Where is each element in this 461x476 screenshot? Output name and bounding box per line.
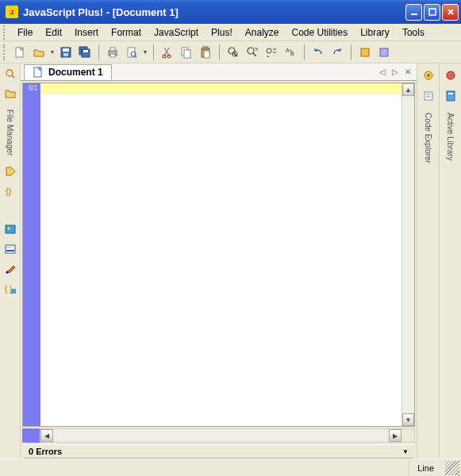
scroll-track[interactable] bbox=[402, 96, 414, 413]
preview-dropdown[interactable]: ▼ bbox=[142, 49, 148, 55]
status-line: Line bbox=[409, 459, 442, 476]
new-file-button[interactable] bbox=[11, 44, 29, 61]
left-tool-form-icon[interactable] bbox=[2, 240, 19, 258]
left-tool-search-icon[interactable] bbox=[2, 65, 19, 83]
paste-button[interactable] bbox=[197, 44, 214, 61]
errors-bar[interactable]: 0 Errors ▼ bbox=[24, 444, 413, 459]
left-tool-tag-icon[interactable] bbox=[2, 163, 19, 180]
active-library-icon-1[interactable] bbox=[442, 67, 459, 84]
svg-text:J: J bbox=[10, 9, 13, 16]
left-tool-brush-icon[interactable] bbox=[2, 260, 19, 278]
save-all-button[interactable] bbox=[76, 44, 94, 61]
line-gutter: 01 bbox=[23, 83, 40, 426]
svg-point-23 bbox=[229, 48, 235, 54]
menu-javascript[interactable]: JavaScript bbox=[148, 25, 205, 40]
tab-next-button[interactable]: ▷ bbox=[390, 67, 401, 78]
scroll-down-button[interactable]: ▼ bbox=[402, 413, 414, 426]
menubar-grip[interactable] bbox=[3, 25, 8, 40]
statusbar: Line bbox=[0, 459, 461, 476]
scroll-up-button[interactable]: ▲ bbox=[402, 83, 414, 96]
left-tool-image-icon[interactable] bbox=[2, 221, 19, 238]
hscroll-track[interactable] bbox=[53, 429, 389, 442]
tab-close-button[interactable]: ✕ bbox=[402, 67, 413, 78]
window-title: JavaScript Plus! - [Document 1] bbox=[21, 6, 405, 18]
tab-prev-button[interactable]: ◁ bbox=[377, 67, 388, 78]
menu-file[interactable]: File bbox=[11, 25, 39, 40]
toolbar-grip[interactable] bbox=[3, 44, 8, 60]
right-sidebar-active-library: Active Library bbox=[439, 63, 461, 459]
print-preview-button[interactable] bbox=[123, 44, 140, 61]
active-library-icon-2[interactable] bbox=[442, 87, 459, 105]
file-manager-label[interactable]: File Manager bbox=[4, 108, 16, 157]
left-tool-code-icon[interactable]: { } bbox=[2, 280, 19, 298]
svg-text:{}: {} bbox=[6, 186, 12, 196]
svg-point-34 bbox=[7, 228, 10, 230]
scroll-corner bbox=[401, 429, 414, 442]
tool-button-1[interactable] bbox=[356, 44, 374, 61]
svg-rect-22 bbox=[203, 47, 208, 49]
open-file-button[interactable] bbox=[30, 44, 48, 61]
svg-point-31 bbox=[6, 70, 13, 76]
left-sidebar: File Manager {} { } bbox=[0, 63, 21, 459]
open-dropdown[interactable]: ▼ bbox=[49, 49, 56, 55]
active-library-label[interactable]: Active Library bbox=[444, 111, 456, 163]
menubar: File Edit Insert Format JavaScript Plus!… bbox=[0, 24, 461, 41]
svg-rect-39 bbox=[11, 289, 16, 294]
resize-grip[interactable] bbox=[445, 461, 459, 475]
scroll-right-button[interactable]: ▶ bbox=[389, 429, 401, 442]
code-explorer-label[interactable]: Code Explorer bbox=[422, 111, 434, 165]
menu-analyze[interactable]: Analyze bbox=[239, 25, 286, 40]
errors-dropdown-icon[interactable]: ▼ bbox=[402, 448, 409, 455]
tool-button-2[interactable] bbox=[375, 44, 393, 61]
svg-rect-21 bbox=[204, 51, 209, 58]
tab-strip: Document 1 ◁ ▷ ✕ bbox=[21, 63, 417, 81]
find-next-button[interactable] bbox=[244, 44, 261, 61]
maximize-button[interactable] bbox=[424, 4, 440, 21]
menu-library[interactable]: Library bbox=[354, 25, 396, 40]
document-icon bbox=[33, 67, 44, 78]
svg-rect-33 bbox=[6, 225, 15, 233]
scroll-left-button[interactable]: ◀ bbox=[40, 429, 53, 442]
svg-point-25 bbox=[248, 48, 254, 54]
svg-rect-13 bbox=[110, 54, 115, 57]
file-manager-icon[interactable] bbox=[2, 85, 19, 102]
window-titlebar: J JavaScript Plus! - [Document 1] bbox=[0, 0, 461, 24]
cut-button[interactable] bbox=[159, 44, 176, 61]
menu-plus[interactable]: Plus! bbox=[205, 25, 239, 40]
find-button[interactable] bbox=[225, 44, 242, 61]
menu-format[interactable]: Format bbox=[105, 25, 148, 40]
main-area: File Manager {} { } Document 1 ◁ ▷ ✕ 01 bbox=[0, 63, 461, 459]
right-sidebar-code-explorer: Code Explorer bbox=[417, 63, 439, 459]
editor-content[interactable] bbox=[40, 83, 401, 426]
replace-button[interactable] bbox=[263, 44, 280, 61]
undo-button[interactable] bbox=[309, 44, 327, 61]
svg-rect-2 bbox=[411, 13, 417, 15]
tab-document-1[interactable]: Document 1 bbox=[24, 64, 112, 79]
horizontal-scrollbar[interactable]: ◀ ▶ bbox=[40, 428, 415, 443]
menu-tools[interactable]: Tools bbox=[396, 25, 431, 40]
print-button[interactable] bbox=[104, 44, 121, 61]
svg-rect-7 bbox=[63, 53, 68, 56]
line-number: 01 bbox=[23, 84, 38, 93]
menu-code-utilities[interactable]: Code Utilities bbox=[285, 25, 354, 40]
document-area: Document 1 ◁ ▷ ✕ 01 ▲ ▼ ◀ bbox=[21, 63, 417, 459]
save-button[interactable] bbox=[57, 44, 75, 61]
copy-button[interactable] bbox=[178, 44, 195, 61]
menu-edit[interactable]: Edit bbox=[39, 25, 68, 40]
app-icon: J bbox=[6, 6, 18, 18]
code-explorer-icon-1[interactable] bbox=[420, 67, 437, 84]
tab-label: Document 1 bbox=[48, 67, 103, 78]
minimize-button[interactable] bbox=[405, 4, 422, 21]
svg-rect-6 bbox=[63, 48, 69, 52]
left-tool-braces-icon[interactable]: {} bbox=[2, 182, 19, 200]
svg-point-44 bbox=[447, 71, 455, 79]
code-explorer-icon-2[interactable] bbox=[420, 87, 437, 105]
menu-insert[interactable]: Insert bbox=[68, 25, 105, 40]
vertical-scrollbar[interactable]: ▲ ▼ bbox=[401, 83, 414, 426]
close-button[interactable] bbox=[442, 4, 459, 21]
svg-rect-10 bbox=[83, 50, 88, 52]
svg-rect-3 bbox=[429, 9, 436, 15]
redo-button[interactable] bbox=[328, 44, 346, 61]
svg-rect-30 bbox=[380, 48, 388, 56]
replace-all-button[interactable]: AB bbox=[282, 44, 299, 61]
